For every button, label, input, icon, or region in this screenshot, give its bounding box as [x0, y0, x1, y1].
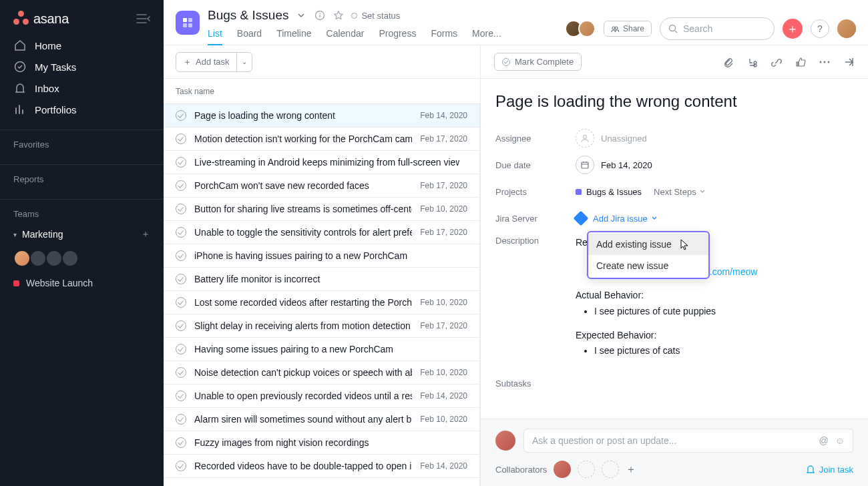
task-list: Page is loading the wrong contentFeb 14,… — [164, 104, 480, 486]
subtasks-header[interactable]: Subtasks — [495, 379, 853, 389]
tab-more[interactable]: More... — [472, 28, 501, 45]
project-title[interactable]: Bugs & Issues — [208, 8, 288, 23]
task-row[interactable]: Battery life monitor is incorrect — [164, 268, 479, 291]
task-name: Noise detection can't pickup voices or s… — [194, 367, 412, 378]
collapse-sidebar-icon[interactable] — [136, 13, 150, 24]
join-task-button[interactable]: Join task — [806, 465, 853, 475]
task-row[interactable]: Unable to open previously recorded video… — [164, 385, 479, 408]
task-row[interactable]: Having some issues pairing to a new Porc… — [164, 338, 479, 361]
more-icon[interactable] — [819, 56, 831, 68]
link-icon[interactable] — [771, 56, 783, 68]
task-row[interactable]: iPhone is having issues pairing to a new… — [164, 244, 479, 268]
tab-timeline[interactable]: Timeline — [276, 28, 311, 45]
complete-check-icon[interactable] — [176, 180, 186, 191]
complete-check-icon[interactable] — [176, 204, 186, 214]
project-section[interactable]: Next Steps — [654, 187, 706, 197]
complete-check-icon[interactable] — [176, 461, 186, 471]
complete-check-icon[interactable] — [176, 367, 186, 378]
team-marketing[interactable]: ▾Marketing ＋ — [0, 224, 164, 244]
assignee-value[interactable]: Unassigned — [576, 129, 647, 148]
project-tabs: List Board Timeline Calendar Progress Fo… — [208, 28, 569, 45]
complete-check-icon[interactable] — [176, 437, 186, 448]
add-team-icon[interactable]: ＋ — [141, 228, 150, 240]
favorites-header[interactable]: Favorites — [0, 130, 164, 155]
sidebar-label: Portfolios — [35, 104, 77, 115]
add-collaborator-slot[interactable] — [602, 461, 619, 478]
complete-check-icon[interactable] — [176, 320, 186, 331]
plus-icon: ＋ — [183, 56, 192, 68]
home-icon — [13, 39, 27, 52]
task-row[interactable]: Live-streaming in Android keeps minimizi… — [164, 151, 479, 174]
complete-check-icon[interactable] — [176, 250, 186, 261]
tab-board[interactable]: Board — [237, 28, 262, 45]
sidebar-item-portfolios[interactable]: Portfolios — [0, 99, 164, 120]
subtask-icon[interactable] — [746, 56, 758, 68]
like-icon[interactable] — [795, 56, 807, 68]
set-status-button[interactable]: Set status — [351, 11, 400, 21]
info-icon[interactable] — [314, 9, 326, 21]
complete-check-icon[interactable] — [176, 391, 186, 401]
task-row[interactable]: Button for sharing live streams is somet… — [164, 198, 479, 221]
task-row[interactable]: Motion detection isn't working for the P… — [164, 128, 479, 151]
sidebar-item-my-tasks[interactable]: My Tasks — [0, 56, 164, 77]
user-avatar[interactable] — [837, 19, 856, 38]
sidebar-item-home[interactable]: Home — [0, 35, 164, 56]
sidebar-project-website-launch[interactable]: Website Launch — [0, 272, 164, 294]
svg-rect-3 — [183, 23, 187, 27]
task-row[interactable]: Noise detection can't pickup voices or s… — [164, 361, 479, 385]
svg-rect-4 — [188, 23, 192, 27]
add-jira-issue-button[interactable]: Add Jira issue Add existing issue Create… — [593, 214, 658, 224]
add-task-button[interactable]: ＋Add task ⌄ — [176, 52, 252, 72]
global-add-button[interactable]: ＋ — [783, 19, 803, 39]
mention-icon[interactable]: @ — [819, 435, 828, 446]
asana-logo[interactable]: asana — [13, 11, 69, 27]
task-row[interactable]: Fuzzy images from night vision recording… — [164, 431, 479, 455]
tab-progress[interactable]: Progress — [379, 28, 416, 45]
task-row[interactable]: Recorded videos have to be double-tapped… — [164, 455, 479, 478]
attachment-icon[interactable] — [722, 56, 734, 68]
sidebar: asana Home My Tasks Inbox Portfolios Fav… — [0, 0, 164, 486]
column-header-name[interactable]: Task name — [164, 79, 480, 104]
projects-value[interactable]: Bugs & Issues Next Steps — [576, 187, 706, 197]
complete-check-icon[interactable] — [176, 297, 186, 308]
complete-check-icon[interactable] — [176, 274, 186, 284]
reports-header[interactable]: Reports — [0, 165, 164, 190]
jira-menu-add-existing[interactable]: Add existing issue — [588, 234, 708, 255]
task-row[interactable]: Page is loading the wrong contentFeb 14,… — [164, 104, 479, 128]
tab-list[interactable]: List — [208, 28, 222, 45]
task-date: Feb 17, 2020 — [420, 228, 467, 237]
star-icon[interactable] — [333, 9, 345, 21]
task-row[interactable]: Slight delay in receiving alerts from mo… — [164, 314, 479, 338]
tab-forms[interactable]: Forms — [431, 28, 457, 45]
chevron-down-icon[interactable] — [295, 9, 307, 21]
add-collaborator-slot[interactable] — [578, 461, 595, 478]
comment-input[interactable]: Ask a question or post an update... @ ☺ — [523, 429, 853, 453]
task-row[interactable]: Unable to toggle the sensitivity control… — [164, 221, 479, 244]
task-row[interactable]: Alarm siren will sometimes sound without… — [164, 408, 479, 431]
task-title[interactable]: Page is loading the wrong content — [495, 91, 853, 111]
help-button[interactable]: ? — [811, 19, 829, 38]
jira-menu-create-new[interactable]: Create new issue — [588, 255, 708, 276]
project-members[interactable] — [569, 20, 596, 37]
complete-check-icon[interactable] — [176, 110, 186, 121]
emoji-icon[interactable]: ☺ — [835, 435, 845, 446]
complete-check-icon[interactable] — [176, 134, 186, 144]
complete-check-icon[interactable] — [176, 227, 186, 238]
project-icon[interactable] — [176, 11, 200, 35]
complete-check-icon[interactable] — [176, 414, 186, 425]
task-row[interactable]: Lost some recorded videos after restarti… — [164, 291, 479, 314]
complete-check-icon[interactable] — [176, 344, 186, 354]
close-pane-icon[interactable] — [843, 56, 855, 68]
mark-complete-button[interactable]: Mark Complete — [494, 53, 582, 71]
complete-check-icon[interactable] — [176, 157, 186, 168]
sidebar-item-inbox[interactable]: Inbox — [0, 77, 164, 99]
search-input[interactable]: Search — [660, 17, 775, 40]
add-task-dropdown[interactable]: ⌄ — [237, 58, 252, 65]
add-collaborator-button[interactable]: ＋ — [626, 463, 636, 477]
team-members[interactable] — [0, 244, 164, 272]
share-button[interactable]: Share — [604, 21, 652, 37]
task-row[interactable]: PorchCam won't save new recorded facesFe… — [164, 174, 479, 198]
collaborator-avatar[interactable] — [554, 461, 571, 478]
due-date-value[interactable]: Feb 14, 2020 — [576, 156, 652, 174]
tab-calendar[interactable]: Calendar — [327, 28, 365, 45]
